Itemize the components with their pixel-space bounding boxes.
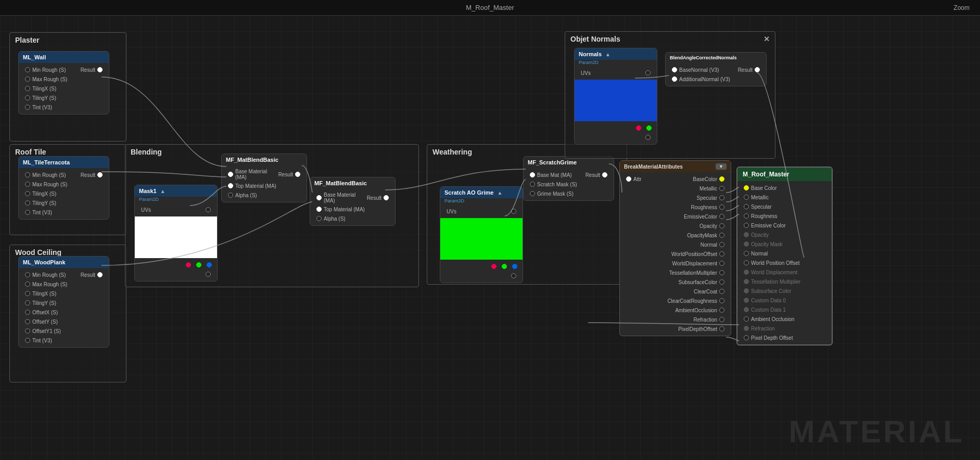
pin-mask1-b (207, 262, 212, 267)
pin-mrm-pixeldepth-in (744, 335, 749, 340)
mf-matblend1-alpha: Alpha (S) (222, 190, 307, 200)
document-title: M_Roof_Master (466, 4, 514, 11)
node-mf-matblend1[interactable]: MF_MatBlendBasic Base Material (MA) Resu… (221, 154, 307, 202)
ml-wood-tilingx: TilingX (S) (19, 289, 109, 298)
normals-uvs: UVs (575, 68, 657, 78)
node-scratch-grime[interactable]: Scratch AO Grime ▲ Param2D UVs (440, 186, 523, 283)
pin-tile-minrough (25, 172, 30, 177)
ml-wood-body: Min Rough (S) Result Max Rough (S) Tilin… (19, 268, 109, 347)
ml-wood-offsetx: OffsetX (S) (19, 308, 109, 317)
pin-break-opacity (719, 223, 724, 228)
node-ml-tile[interactable]: ML_TileTerracota Min Rough (S) Result Ma… (18, 156, 109, 220)
scratch-grime-swatch (440, 218, 523, 260)
pin-wood-maxrough (25, 282, 30, 287)
pin-mask1-g (196, 262, 201, 267)
mrm-metallic: Metallic (737, 193, 832, 202)
mf-matblend1-header: MF_MatBlendBasic (222, 154, 307, 165)
pin-break-roughness (719, 205, 724, 210)
node-ml-woodplank[interactable]: ML_WoodPlank Min Rough (S) Result Max Ro… (18, 256, 109, 348)
pin-break-opacitymask (719, 233, 724, 238)
scratch-grime-body: UVs (440, 205, 523, 283)
pin-blend2-top-in (316, 207, 322, 212)
mf-matblend1-body: Base Material (MA) Result Top Material (… (222, 165, 307, 202)
pin-mask1-r (186, 262, 191, 267)
ml-wood-minrough: Min Rough (S) Result (19, 270, 109, 279)
pin-blend1-top-in (228, 183, 233, 188)
pin-break-worlddisp (719, 261, 724, 266)
ml-wall-row-maxrough: Max Rough (S) (19, 74, 109, 84)
node-mf-scratchgrime[interactable]: MF_ScratchGrime Base Mat (MA) Result Scr… (523, 156, 614, 201)
pin-mrm-customdata1-in (744, 307, 749, 312)
watermark-text: MATERIAL (788, 414, 964, 450)
pin-mrm-opacity-in (744, 232, 749, 237)
mask1-sub: Param2D (135, 197, 217, 203)
pin-scratch-b (512, 264, 517, 269)
pin-break-emissive (719, 214, 724, 219)
pin-mrm-metallic-in (744, 195, 749, 200)
pin-mrm-roughness-in (744, 213, 749, 219)
break-refraction: Refraction (620, 315, 731, 324)
mf-scratchgrime-scratch: Scratch Mask (S) (524, 180, 614, 189)
scratch-grime-sub: Param2D (440, 198, 523, 205)
pin-break-normal (719, 242, 724, 247)
pin-tile-tilingy (25, 200, 30, 206)
node-blend-normals[interactable]: BlendAngleCorrectedNormals BaseNormal (V… (665, 52, 767, 86)
ml-tile-minrough: Min Rough (S) Result (19, 170, 109, 180)
pin-blend2-base-in (316, 195, 322, 200)
m-roof-master-header: M_Roof_Master (737, 168, 832, 181)
pin-tile-maxrough (25, 182, 30, 187)
break-metallic: Metallic (620, 184, 731, 193)
pin-blend2-alpha-in (316, 216, 322, 221)
pin-mrm-emissive-in (744, 223, 749, 228)
break-roughness: Roughness (620, 202, 731, 212)
pin-mrm-ao-in (744, 316, 749, 322)
node-normals[interactable]: Normals ▲ Param2D UVs (574, 48, 657, 145)
mrm-customdata0: Custom Data 0 (737, 296, 832, 305)
break-worldpos: WorldPositionOffset (620, 249, 731, 259)
pin-mrm-normal-in (744, 251, 749, 256)
mrm-emissive: Emissive Color (737, 221, 832, 230)
node-mf-matblend2[interactable]: MF_MatBlendBasic Base Material (MA) Resu… (310, 177, 396, 226)
mrm-opacity: Opacity (737, 230, 832, 239)
break-material-body: Attr BaseColor Metallic Specular Roughne… (620, 172, 731, 336)
mf-matblend2-header: MF_MatBlendBasic (310, 177, 395, 189)
mf-scratchgrime-base: Base Mat (MA) Result (524, 170, 614, 180)
mrm-worlddisp: World Displacement (737, 267, 832, 277)
pin-tile-tilingx (25, 191, 30, 196)
node-ml-wall[interactable]: ML_Wall Min Rough (S) Result Max Rough (… (18, 51, 109, 114)
break-opacitymask: OpacityMask (620, 231, 731, 240)
pin-mrm-subsurface-in (744, 288, 749, 293)
pin-sg-result (602, 172, 607, 177)
break-opacity: Opacity (620, 221, 731, 231)
mf-matblend1-top: Top Material (MA) (222, 181, 307, 190)
scratch-grime-uvs: UVs (440, 207, 523, 216)
break-tessellation: TessellationMultiplier (620, 268, 731, 277)
mf-matblend2-base: Base Material (MA) Result (310, 191, 395, 205)
mrm-ao: Ambient Occlusion (737, 314, 832, 324)
node-break-material[interactable]: BreakMaterialAttributes ▼ Attr BaseColor… (619, 160, 731, 336)
ml-tile-tint: Tint (V3) (19, 208, 109, 217)
mf-matblend2-alpha: Alpha (S) (310, 214, 395, 223)
mrm-roughness: Roughness (737, 211, 832, 221)
node-m-roof-master[interactable]: M_Roof_Master Base Color Metallic Specul… (736, 167, 833, 346)
pin-mrm-opacitymask-in (744, 241, 749, 247)
ml-tile-maxrough: Max Rough (S) (19, 180, 109, 189)
break-specular: Specular (620, 193, 731, 202)
ml-wall-row-tint: Tint (V3) (19, 103, 109, 112)
node-mask1[interactable]: Mask1 ▲ Param2D UVs (134, 185, 218, 282)
mrm-subsurface: Subsurface Color (737, 286, 832, 296)
ml-tile-header: ML_TileTerracota (19, 157, 109, 168)
pin-tilingx-in (25, 86, 30, 91)
pin-mrm-refraction-in (744, 326, 749, 331)
pin-bn-add (672, 76, 677, 82)
mf-scratchgrime-body: Base Mat (MA) Result Scratch Mask (S) Gr… (524, 168, 614, 200)
pin-mrm-basecolor-in (744, 185, 749, 190)
pin-scratch-g (502, 264, 507, 269)
pin-sg-grime (530, 191, 535, 196)
ml-tile-tilingx: TilingX (S) (19, 189, 109, 198)
ml-wall-header: ML_Wall (19, 52, 109, 63)
normals-body: UVs (575, 66, 657, 144)
pin-break-clearcoatrough (719, 298, 724, 303)
normals-out-pin (575, 133, 657, 142)
pin-break-clearcoat (719, 289, 724, 294)
